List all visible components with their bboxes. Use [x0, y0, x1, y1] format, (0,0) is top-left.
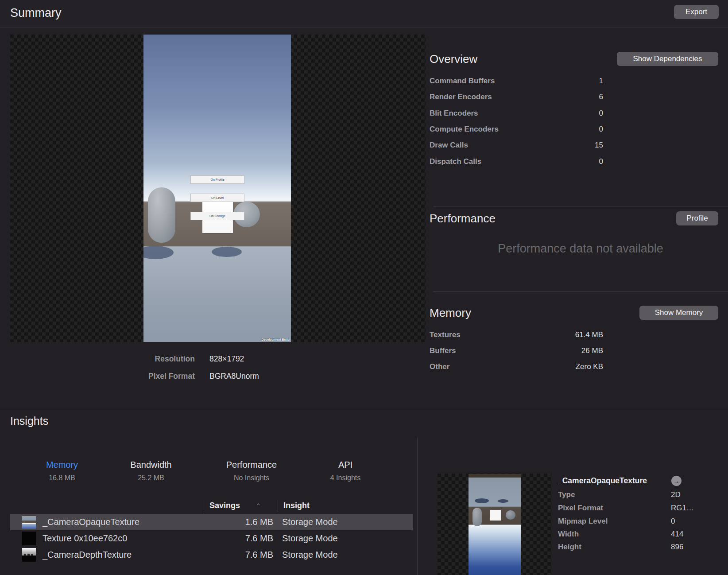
sort-ascending-icon: ⌃: [256, 502, 261, 509]
pixel-format-label: Pixel Format: [10, 372, 195, 381]
insight-column-header[interactable]: Insight: [278, 498, 310, 513]
savings-header-label: Savings: [209, 501, 240, 510]
detail-label: Pixel Format: [558, 504, 603, 513]
texture-insight: Storage Mode: [282, 550, 338, 560]
divider-insights: [0, 410, 728, 410]
flipped-cube: [490, 510, 501, 521]
divider-performance: [433, 206, 728, 206]
flipped-sphere: [506, 510, 515, 520]
detail-row-width: Width 414: [558, 530, 686, 539]
detail-value: 2D: [671, 490, 681, 499]
tab-value: 16.8 MB: [18, 474, 106, 482]
page-title: Summary: [10, 6, 62, 20]
scene-button-on-level: On Level: [190, 194, 244, 202]
detail-label: Width: [558, 530, 579, 539]
profile-button[interactable]: Profile: [676, 211, 718, 225]
texture-thumbnail: [22, 548, 36, 562]
stat-value: 0: [599, 125, 603, 135]
stat-value: 0: [599, 157, 603, 167]
scene-shadow-right: [212, 247, 242, 257]
tab-label: Performance: [207, 460, 296, 470]
tab-value: 25.2 MB: [107, 474, 195, 482]
show-dependencies-button[interactable]: Show Dependencies: [617, 52, 718, 66]
detail-label: Mipmap Level: [558, 517, 608, 526]
tab-label: Bandwidth: [107, 460, 195, 470]
attachment-preview-panel: On Profile On Level On Change Developmen…: [10, 35, 426, 342]
table-row-texture-0x10ee762c0[interactable]: Texture 0x10ee762c0 7.6 MB Storage Mode: [10, 530, 413, 547]
scene-capsule: [148, 187, 175, 243]
detail-value: 0: [671, 517, 675, 526]
column-separator: [204, 500, 204, 512]
flipped-capsule: [472, 508, 482, 526]
insights-vertical-divider: [417, 438, 418, 575]
insights-title: Insights: [10, 415, 48, 427]
detail-row-mipmap-level: Mipmap Level 0: [558, 517, 686, 526]
detail-row-type: Type 2D: [558, 490, 686, 499]
flipped-shadow-left: [475, 498, 489, 503]
table-row-camera-opaque-texture[interactable]: _CameraOpaqueTexture 1.6 MB Storage Mode: [10, 514, 413, 530]
stat-label: Blit Encoders: [430, 109, 478, 119]
tab-memory[interactable]: Memory 16.8 MB: [18, 460, 106, 482]
detail-label: Type: [558, 490, 575, 499]
stat-buffers: Buffers 26 MB: [430, 346, 603, 356]
detail-texture-title: _CameraOpaqueTexture: [558, 476, 647, 486]
stat-value: 1: [599, 77, 603, 86]
tab-value: No Insights: [207, 474, 296, 482]
texture-name: Texture 0x10ee762c0: [43, 533, 127, 544]
savings-column-header[interactable]: Savings ⌃: [204, 498, 261, 513]
tab-value: 4 Insights: [301, 474, 390, 482]
texture-name: _CameraOpaqueTexture: [43, 517, 139, 527]
scene-button-on-change: On Change: [190, 212, 244, 220]
detail-value: 896: [671, 543, 683, 552]
table-row-camera-depth-texture[interactable]: _CameraDepthTexture 7.6 MB Storage Mode: [10, 547, 413, 563]
texture-name: _CameraDepthTexture: [43, 550, 132, 560]
stat-value: 0: [599, 109, 603, 119]
texture-insight: Storage Mode: [282, 517, 338, 527]
camera-opaque-texture-image[interactable]: [469, 474, 521, 575]
insight-header-label: Insight: [283, 501, 310, 510]
texture-thumbnail: [22, 515, 36, 529]
stat-other: Other Zero KB: [430, 362, 603, 372]
detail-row-pixel-format: Pixel Format RG1…: [558, 504, 686, 513]
summary-window: Summary Export On Profile On Level On Ch…: [0, 0, 728, 575]
stat-value: Zero KB: [576, 362, 603, 372]
memory-title: Memory: [430, 306, 471, 320]
stat-value: 15: [595, 141, 603, 151]
tab-api[interactable]: API 4 Insights: [301, 460, 390, 482]
stat-value: 26 MB: [581, 346, 603, 356]
scene-shadow-left: [143, 246, 174, 259]
texture-thumbnail: [22, 532, 36, 545]
texture-savings: 7.6 MB: [185, 533, 273, 544]
stat-render-encoders: Render Encoders 6: [430, 93, 603, 102]
goto-arrow-icon[interactable]: →: [671, 476, 682, 486]
scene-button-on-profile: On Profile: [190, 175, 244, 184]
stat-value: 61.4 MB: [575, 330, 603, 340]
stat-draw-calls: Draw Calls 15: [430, 141, 603, 151]
stat-compute-encoders: Compute Encoders 0: [430, 125, 603, 135]
tab-label: API: [301, 460, 390, 470]
tab-performance[interactable]: Performance No Insights: [207, 460, 296, 482]
pixel-format-value: BGRA8Unorm: [209, 372, 259, 381]
performance-title: Performance: [430, 212, 496, 225]
column-separator: [278, 500, 278, 512]
show-memory-button[interactable]: Show Memory: [639, 306, 718, 320]
detail-value: 414: [671, 530, 683, 539]
divider-memory: [433, 291, 728, 292]
stat-value: 6: [599, 93, 603, 102]
resolution-label: Resolution: [10, 354, 195, 364]
stat-label: Textures: [430, 330, 461, 340]
detail-label: Height: [558, 543, 581, 552]
stat-label: Compute Encoders: [430, 125, 499, 135]
framebuffer-image[interactable]: On Profile On Level On Change Developmen…: [143, 35, 291, 342]
tab-bandwidth[interactable]: Bandwidth 25.2 MB: [107, 460, 195, 482]
development-build-watermark: Development Build: [262, 338, 290, 341]
top-bar: Summary Export: [0, 0, 728, 27]
export-button[interactable]: Export: [674, 5, 719, 19]
texture-savings: 1.6 MB: [185, 517, 273, 527]
resolution-value: 828×1792: [209, 354, 244, 364]
stat-command-buffers: Command Buffers 1: [430, 77, 603, 86]
overview-title: Overview: [430, 52, 477, 66]
flipped-shadow-right: [498, 499, 508, 503]
tab-label: Memory: [18, 460, 106, 470]
pixel-format-row: Pixel Format BGRA8Unorm: [10, 372, 285, 381]
